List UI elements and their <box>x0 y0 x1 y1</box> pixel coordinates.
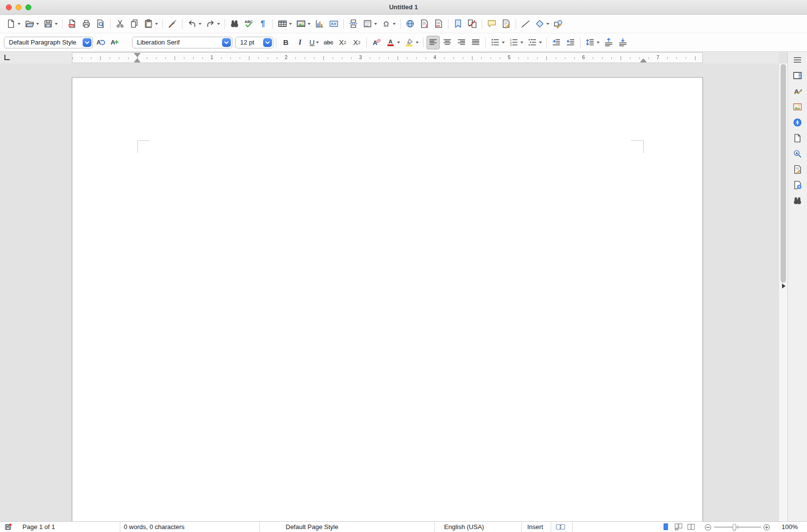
draw-functions-button[interactable] <box>552 17 565 31</box>
align-center-button[interactable] <box>441 36 454 49</box>
zoom-in-button[interactable] <box>763 524 770 531</box>
chevron-down-icon[interactable] <box>263 38 272 47</box>
zoom-out-button[interactable] <box>704 524 712 531</box>
italic-button[interactable]: I <box>293 36 307 49</box>
special-character-button[interactable]: Ω <box>380 17 397 31</box>
page-count-status[interactable]: Page 1 of 1 <box>22 522 55 532</box>
formatting-marks-button[interactable]: ¶ <box>256 17 269 31</box>
sidebar-item-accessibility-check[interactable] <box>790 178 805 191</box>
subscript-button[interactable]: X2 <box>350 36 363 49</box>
font-color-button[interactable]: A <box>384 36 402 49</box>
single-page-view-button[interactable] <box>661 523 670 531</box>
left-indent-marker[interactable] <box>134 52 140 63</box>
insert-image-button[interactable] <box>294 17 312 31</box>
bullet-list-button[interactable] <box>489 36 506 49</box>
cross-reference-button[interactable] <box>466 17 479 31</box>
line-spacing-button[interactable] <box>583 36 601 49</box>
spelling-button[interactable]: ABC <box>242 17 255 31</box>
redo-button[interactable] <box>204 17 222 31</box>
sidebar-item-page[interactable] <box>790 132 805 144</box>
highlight-color-button[interactable] <box>403 36 420 49</box>
decrease-paragraph-spacing-button[interactable] <box>616 36 629 49</box>
bookmark-button[interactable] <box>451 17 465 31</box>
endnote-button[interactable] <box>432 17 445 31</box>
strikethrough-button[interactable]: abc <box>322 36 335 49</box>
multi-page-view-button[interactable] <box>674 523 683 531</box>
paste-button[interactable] <box>142 17 159 31</box>
page-break-button[interactable] <box>347 17 360 31</box>
underline-button[interactable]: U <box>308 36 321 49</box>
document-save-status[interactable] <box>4 523 12 531</box>
insert-textbox-button[interactable]: A <box>327 17 340 31</box>
sidebar-item-find[interactable] <box>790 194 805 207</box>
zoom-level-status[interactable]: 100% <box>782 522 798 532</box>
sidebar-item-styles[interactable]: A <box>790 85 805 97</box>
track-changes-button[interactable] <box>499 17 513 31</box>
font-size-combobox[interactable]: 12 pt <box>235 37 273 48</box>
outline-list-button[interactable] <box>526 36 543 49</box>
document-page[interactable] <box>72 77 703 521</box>
sidebar-item-navigator[interactable] <box>790 116 805 129</box>
sidebar-item-properties[interactable] <box>790 69 805 82</box>
chevron-down-icon[interactable] <box>83 38 91 47</box>
new-document-button[interactable] <box>4 17 22 31</box>
vertical-scrollbar[interactable] <box>779 64 787 521</box>
sidebar-settings-button[interactable] <box>790 53 805 66</box>
save-button[interactable] <box>42 17 59 31</box>
decrease-indent-button[interactable] <box>564 36 577 49</box>
footnote-button[interactable]: 1 <box>418 17 431 31</box>
clear-formatting-button[interactable]: A <box>370 36 383 49</box>
insert-mode-status[interactable]: Insert <box>527 522 543 532</box>
hyperlink-button[interactable] <box>404 17 417 31</box>
font-name-combobox[interactable]: Liberation Serif <box>132 37 232 48</box>
align-left-button[interactable] <box>426 36 440 49</box>
align-right-button[interactable] <box>455 36 468 49</box>
style-inspector-icon: A <box>792 149 803 159</box>
paragraph-style-combobox[interactable]: Default Paragraph Style <box>4 37 93 48</box>
print-button[interactable] <box>80 17 93 31</box>
minimize-window-button[interactable] <box>16 4 22 10</box>
page-style-status[interactable]: Default Page Style <box>286 522 338 532</box>
tab-stop-type-selector[interactable] <box>4 55 10 60</box>
undo-button[interactable] <box>185 17 203 31</box>
open-button[interactable] <box>23 17 41 31</box>
zoom-window-button[interactable] <box>25 4 31 10</box>
selection-mode-status[interactable] <box>556 523 565 531</box>
insert-field-button[interactable] <box>361 17 379 31</box>
numbered-list-button[interactable]: 1.2.3. <box>507 36 525 49</box>
align-justified-button[interactable] <box>469 36 482 49</box>
chevron-down-icon <box>316 42 319 44</box>
close-window-button[interactable] <box>6 4 12 10</box>
chevron-down-icon[interactable] <box>222 38 231 47</box>
update-style-button[interactable]: A <box>93 36 107 49</box>
cut-button[interactable] <box>113 17 127 31</box>
insert-chart-button[interactable] <box>313 17 326 31</box>
bold-button[interactable]: B <box>279 36 292 49</box>
scrollbar-thumb[interactable] <box>781 64 786 283</box>
comment-button[interactable] <box>485 17 498 31</box>
increase-paragraph-spacing-button[interactable] <box>602 36 615 49</box>
right-indent-marker[interactable] <box>640 52 647 63</box>
horizontal-ruler[interactable]: 1 2 3 4 5 6 7 <box>72 52 703 63</box>
increase-indent-button[interactable] <box>550 36 563 49</box>
word-count-status[interactable]: 0 words, 0 characters <box>124 522 184 532</box>
insert-table-button[interactable] <box>276 17 293 31</box>
print-preview-button[interactable] <box>94 17 107 31</box>
language-status[interactable]: English (USA) <box>444 522 484 532</box>
superscript-button[interactable]: X2 <box>336 36 349 49</box>
export-pdf-button[interactable]: PDF <box>66 17 79 31</box>
basic-shapes-button[interactable] <box>533 17 551 31</box>
new-style-button[interactable]: A <box>108 36 121 49</box>
book-view-button[interactable] <box>687 523 695 531</box>
sidebar-item-gallery[interactable] <box>790 100 805 113</box>
find-replace-button[interactable] <box>228 17 241 31</box>
insert-line-button[interactable] <box>519 17 532 31</box>
split-view-arrow-icon[interactable] <box>782 284 785 288</box>
document-area[interactable] <box>0 64 779 521</box>
sidebar-item-style-inspector[interactable]: A <box>790 147 805 160</box>
copy-button[interactable] <box>128 17 141 31</box>
zoom-slider-thumb[interactable] <box>733 524 736 531</box>
zoom-slider[interactable] <box>714 527 761 528</box>
sidebar-item-manage-changes[interactable] <box>790 163 805 176</box>
clone-formatting-button[interactable] <box>166 17 179 31</box>
